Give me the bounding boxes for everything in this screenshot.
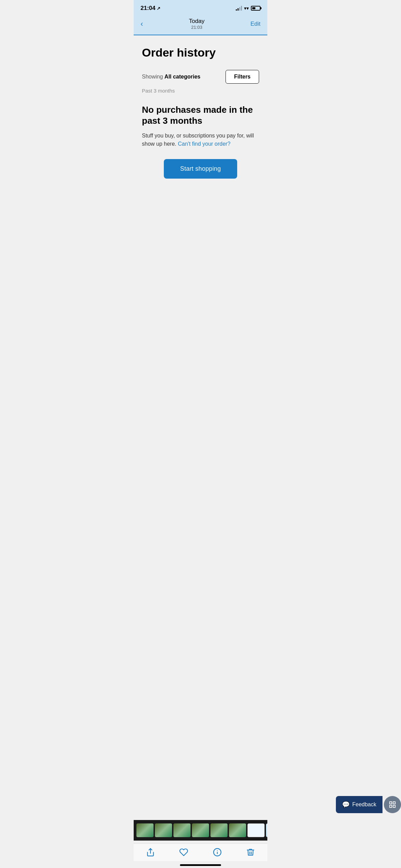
nav-subtitle: 21:03: [189, 25, 204, 30]
battery-icon: [251, 6, 260, 11]
start-shopping-button[interactable]: Start shopping: [164, 159, 238, 179]
page-title: Order history: [142, 46, 259, 59]
showing-text: Showing All categories: [142, 74, 200, 80]
signal-bars-icon: [236, 6, 242, 11]
status-bar: 21:04 ↗ ▾▾: [134, 0, 267, 14]
main-content: Order history Showing All categories Fil…: [134, 35, 267, 187]
nav-title: Today: [189, 18, 204, 25]
nav-bar: ‹ Today 21:03 Edit: [134, 14, 267, 35]
date-filter: Past 3 months: [142, 88, 259, 94]
status-icons: ▾▾: [236, 5, 260, 11]
wifi-icon: ▾▾: [244, 5, 249, 11]
back-button[interactable]: ‹: [141, 20, 143, 28]
empty-state-title: No purchases made in the past 3 months: [142, 105, 259, 126]
edit-button[interactable]: Edit: [251, 21, 260, 27]
showing-label: Showing: [142, 74, 163, 80]
location-icon: ↗: [157, 6, 160, 11]
time-display: 21:04: [141, 5, 155, 12]
cant-find-link[interactable]: Can't find your order?: [178, 141, 230, 147]
nav-center: Today 21:03: [189, 18, 204, 30]
filters-button[interactable]: Filters: [226, 70, 259, 84]
status-time: 21:04 ↗: [141, 5, 160, 12]
filter-row: Showing All categories Filters: [142, 70, 259, 84]
showing-category: All categories: [165, 74, 200, 80]
empty-state-desc: Stuff you buy, or subscriptions you pay …: [142, 132, 259, 148]
